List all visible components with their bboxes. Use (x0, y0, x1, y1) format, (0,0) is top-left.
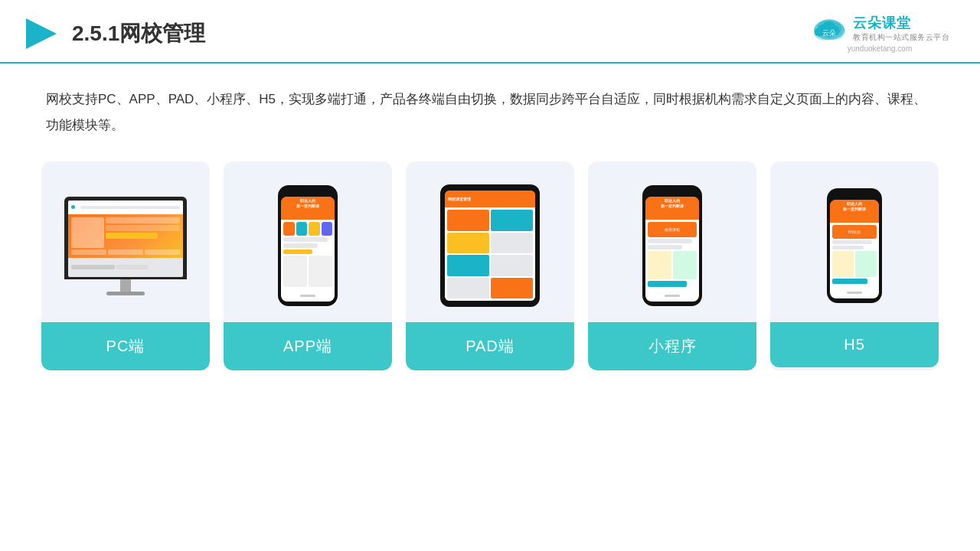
card-pad: 网校课堂管理 (406, 161, 574, 370)
tablet-outer: 网校课堂管理 (440, 184, 540, 307)
phone-screen: 职达人的第一堂判断课 (281, 197, 335, 302)
header-left: 2.5.1网校管理 (23, 15, 205, 52)
cards-row: PC端 职达人的第一堂判断课 (46, 161, 934, 370)
phone-h5-screen: 职达人的第一堂判断课 H5页面 (830, 200, 879, 298)
card-pc-image (41, 161, 210, 322)
phone-h5-outer: 职达人的第一堂判断课 H5页面 (827, 188, 882, 303)
phone-outer: 职达人的第一堂判断课 (278, 185, 338, 306)
card-h5-image: 职达人的第一堂判断课 H5页面 (770, 161, 939, 322)
monitor-screen (68, 201, 183, 277)
phone-miniapp-screen: 职达人的第一堂判断课 推荐课程 (645, 197, 699, 302)
svg-text:云朵: 云朵 (822, 29, 836, 37)
card-miniapp-image: 职达人的第一堂判断课 推荐课程 (588, 161, 756, 322)
page-title: 2.5.1网校管理 (72, 19, 205, 48)
header-right: 云朵 云朵课堂 教育机构一站式服务云平台 yunduoketang.com (810, 14, 949, 53)
cloud-brand-icon: 云朵 (810, 15, 848, 42)
card-miniapp-label: 小程序 (588, 322, 756, 370)
brand-subtitle: 教育机构一站式服务云平台 (853, 32, 949, 43)
card-app-label: APP端 (224, 322, 392, 370)
svg-marker-0 (26, 18, 57, 49)
logo-arrow-icon (23, 15, 60, 52)
card-h5: 职达人的第一堂判断课 H5页面 (770, 161, 939, 370)
monitor-screen-wrap (64, 197, 187, 279)
brand-name: 云朵课堂 (853, 14, 911, 32)
header: 2.5.1网校管理 云朵 云朵课堂 教育机构一站式服务云平台 yunduoket… (0, 0, 980, 64)
brand-text: 云朵课堂 教育机构一站式服务云平台 (853, 14, 949, 43)
card-pc: PC端 (41, 161, 210, 370)
phone-miniapp-outer: 职达人的第一堂判断课 推荐课程 (642, 185, 702, 306)
brand-url: yunduoketang.com (848, 44, 913, 53)
card-pad-label: PAD端 (406, 322, 574, 370)
tablet-screen: 网校课堂管理 (445, 191, 535, 301)
card-app: 职达人的第一堂判断课 (224, 161, 392, 370)
description-text: 网校支持PC、APP、PAD、小程序、H5，实现多端打通，产品各终端自由切换，数… (46, 86, 934, 139)
card-pad-image: 网校课堂管理 (406, 161, 574, 322)
tablet-mockup: 网校课堂管理 (440, 184, 540, 307)
phone-h5-mockup: 职达人的第一堂判断课 H5页面 (827, 188, 882, 303)
monitor-mockup (64, 197, 187, 295)
main-content: 网校支持PC、APP、PAD、小程序、H5，实现多端打通，产品各终端自由切换，数… (0, 64, 980, 386)
card-h5-label: H5 (770, 322, 939, 367)
phone-miniapp-mockup: 职达人的第一堂判断课 推荐课程 (642, 185, 702, 306)
card-miniapp: 职达人的第一堂判断课 推荐课程 (588, 161, 756, 370)
card-app-image: 职达人的第一堂判断课 (224, 161, 392, 322)
card-pc-label: PC端 (41, 322, 210, 370)
phone-app-mockup: 职达人的第一堂判断课 (278, 185, 338, 306)
brand-logo: 云朵 云朵课堂 教育机构一站式服务云平台 (810, 14, 949, 43)
